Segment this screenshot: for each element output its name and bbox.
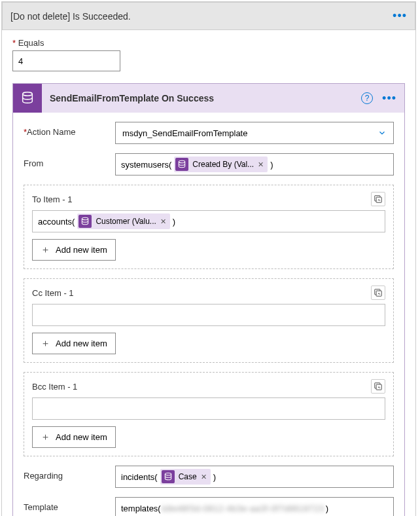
plus-icon: ＋: [41, 337, 50, 350]
help-icon[interactable]: ?: [361, 92, 373, 104]
to-section: To Item - 1 accounts( Customer (Valu...: [24, 185, 394, 269]
card-body: * Equals SendEmailFromTemplate On Succes…: [2, 30, 415, 516]
row-action-name: *Action Name msdyn_SendEmailFromTemplate: [24, 122, 394, 144]
to-label: To Item - 1: [32, 194, 72, 204]
regarding-prefix: incidents(: [121, 472, 158, 482]
condition-header[interactable]: [Do not delete] Is Succeeded. •••: [2, 2, 415, 30]
from-token-remove-icon[interactable]: ✕: [258, 160, 264, 169]
condition-menu-icon[interactable]: •••: [393, 9, 407, 23]
regarding-input[interactable]: incidents( Case ✕ ): [115, 466, 394, 488]
cc-dynamic-content-icon[interactable]: [371, 286, 385, 300]
svg-point-4: [82, 217, 88, 220]
bcc-input[interactable]: [32, 397, 385, 420]
from-label: From: [24, 153, 115, 168]
action-card-header[interactable]: SendEmailFromTemplate On Success ? •••: [13, 84, 404, 113]
from-token-label: Created By (Val...: [192, 160, 254, 169]
chevron-down-icon: [377, 128, 387, 138]
bcc-label: Bcc Item - 1: [32, 382, 77, 392]
svg-point-0: [23, 92, 33, 96]
bcc-section: Bcc Item - 1 ＋ Add new item: [24, 372, 394, 456]
template-guid-blurred: b8e48f3d-0812-4b3e-aa3f-0f7d8619723: [162, 504, 324, 513]
to-prefix: accounts(: [38, 217, 75, 227]
condition-card-container: [Do not delete] Is Succeeded. ••• * Equa…: [1, 1, 416, 516]
cc-section: Cc Item - 1 ＋ Add new item: [24, 278, 394, 363]
template-label: Template: [24, 497, 115, 512]
row-template: Template templates( b8e48f3d-0812-4b3e-a…: [24, 497, 394, 516]
action-name-value: msdyn_SendEmailFromTemplate: [122, 128, 247, 138]
equals-input[interactable]: [12, 50, 120, 71]
action-card-title: SendEmailFromTemplate On Success: [50, 93, 361, 103]
template-prefix: templates(: [121, 504, 161, 513]
cc-add-item-button[interactable]: ＋ Add new item: [32, 333, 116, 354]
plus-icon: ＋: [41, 244, 50, 256]
row-regarding: Regarding incidents( Case ✕ ): [24, 466, 394, 488]
regarding-suffix: ): [213, 472, 216, 482]
to-suffix: ): [173, 217, 175, 227]
template-input[interactable]: templates( b8e48f3d-0812-4b3e-aa3f-0f7d8…: [115, 497, 394, 516]
cc-label: Cc Item - 1: [32, 288, 74, 298]
row-from: From systemusers( Created By (Val... ✕: [24, 153, 394, 175]
equals-label: * Equals: [12, 38, 405, 48]
regarding-token-remove-icon[interactable]: ✕: [201, 473, 207, 481]
bcc-dynamic-content-icon[interactable]: [371, 379, 385, 394]
dataverse-icon: [13, 84, 42, 113]
to-dynamic-content-icon[interactable]: [371, 192, 385, 206]
cc-add-label: Add new item: [56, 339, 107, 348]
regarding-token-label: Case: [179, 472, 197, 481]
action-menu-icon[interactable]: •••: [382, 92, 396, 105]
to-token[interactable]: Customer (Valu... ✕: [77, 213, 169, 229]
action-card-body: *Action Name msdyn_SendEmailFromTemplate…: [13, 113, 404, 516]
database-icon: [175, 158, 188, 171]
from-suffix: ): [270, 160, 273, 170]
to-token-label: Customer (Valu...: [96, 217, 156, 226]
svg-point-1: [179, 160, 185, 163]
database-icon: [79, 215, 92, 228]
to-add-item-button[interactable]: ＋ Add new item: [32, 239, 116, 261]
from-token[interactable]: Created By (Val... ✕: [174, 157, 268, 172]
from-input[interactable]: systemusers( Created By (Val... ✕ ): [115, 153, 394, 175]
bcc-add-label: Add new item: [56, 432, 107, 442]
to-add-label: Add new item: [56, 245, 107, 255]
regarding-label: Regarding: [24, 466, 115, 481]
svg-point-9: [165, 473, 171, 475]
regarding-token[interactable]: Case ✕: [160, 469, 211, 485]
template-suffix: ): [326, 504, 328, 513]
action-name-label: *Action Name: [24, 122, 115, 137]
to-token-remove-icon[interactable]: ✕: [160, 217, 166, 226]
plus-icon: ＋: [41, 431, 50, 443]
to-input[interactable]: accounts( Customer (Valu... ✕ ): [32, 210, 385, 232]
action-card: SendEmailFromTemplate On Success ? ••• *…: [12, 83, 405, 516]
action-name-select[interactable]: msdyn_SendEmailFromTemplate: [115, 122, 394, 144]
condition-title: [Do not delete] Is Succeeded.: [10, 11, 131, 22]
from-prefix: systemusers(: [121, 160, 171, 170]
database-icon: [162, 470, 175, 483]
bcc-add-item-button[interactable]: ＋ Add new item: [32, 426, 116, 448]
cc-input[interactable]: [32, 304, 385, 326]
